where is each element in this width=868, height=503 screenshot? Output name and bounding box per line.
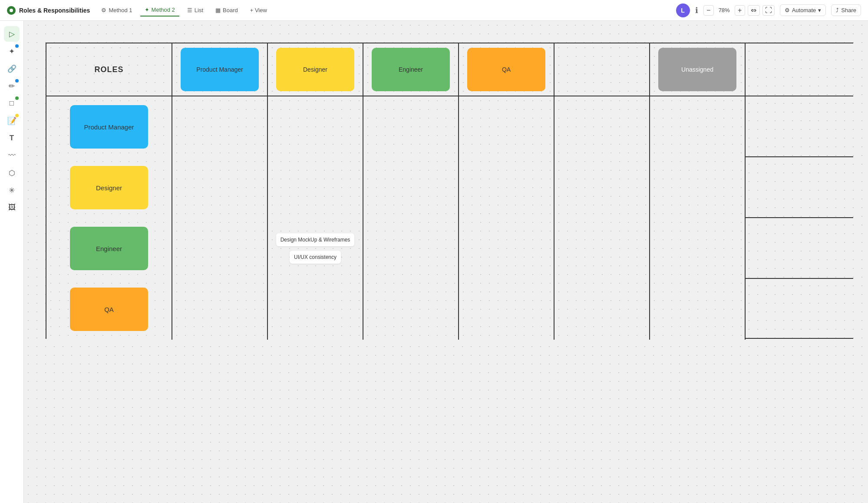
shape-icon: □: [10, 99, 14, 108]
link-icon: 🔗: [7, 64, 17, 73]
header-card-unassigned[interactable]: Unassigned: [658, 48, 736, 91]
share-icon: ⤴: [836, 7, 839, 13]
page-title: Roles & Responsibilities: [19, 7, 90, 14]
cell-engineer-engineer[interactable]: [363, 218, 459, 279]
header-empty: [554, 43, 650, 96]
row-card-product-manager[interactable]: Product Manager: [70, 105, 148, 149]
cursor-icon: ▷: [9, 30, 15, 39]
board-icon: ▦: [215, 7, 221, 13]
automate-icon: ⚙: [785, 7, 790, 13]
cell-engineer-pm[interactable]: [172, 218, 268, 279]
pen-tool[interactable]: ✏: [4, 78, 20, 94]
row-label-designer: Designer: [46, 157, 172, 218]
row-label-qa: QA: [46, 279, 172, 340]
row-engineer: Engineer Design MockUp & Wireframes UI/U…: [46, 217, 853, 278]
roles-header-cell: ROLES: [46, 43, 172, 96]
left-sidebar: ▷ ✦ 🔗 ✏ □ 📝 T 〰 ⬡ ✳ 🖼: [0, 21, 24, 503]
cell-pm-pm[interactable]: [172, 96, 268, 157]
cell-designer-pm[interactable]: [172, 157, 268, 218]
cell-designer-empty[interactable]: [554, 157, 650, 218]
info-icon[interactable]: ℹ: [695, 6, 698, 15]
cell-engineer-unassigned[interactable]: [650, 218, 746, 279]
cell-engineer-qa[interactable]: [459, 218, 554, 279]
cell-engineer-designer[interactable]: Design MockUp & Wireframes UI/UX consist…: [268, 218, 363, 279]
sticky-tool[interactable]: 📝: [4, 113, 20, 129]
app-icon: [7, 6, 16, 15]
link-tool[interactable]: 🔗: [4, 61, 20, 76]
cell-qa-engineer[interactable]: [363, 279, 459, 340]
cell-qa-qa[interactable]: [459, 279, 554, 340]
avatar: L: [676, 3, 690, 17]
cell-pm-designer[interactable]: [268, 96, 363, 157]
sticky-dot: [15, 114, 19, 117]
sparkle-tool[interactable]: ✳: [4, 182, 20, 198]
matrix-container: ROLES Product Manager Designer Engineer: [46, 43, 853, 339]
network-tool[interactable]: ⬡: [4, 165, 20, 181]
header-qa: QA: [459, 43, 554, 96]
cell-qa-empty[interactable]: [554, 279, 650, 340]
magic-tool[interactable]: ✦: [4, 43, 20, 59]
share-button[interactable]: ⤴ Share: [831, 4, 861, 16]
draw-icon: 〰: [8, 151, 16, 160]
cell-designer-qa[interactable]: [459, 157, 554, 218]
shape-tool[interactable]: □: [4, 96, 20, 111]
shape-dot: [15, 96, 19, 100]
pen-icon: ✏: [9, 82, 15, 91]
zoom-out-button[interactable]: −: [703, 5, 714, 16]
fullscreen-button[interactable]: ⛶: [762, 5, 775, 16]
tab-list[interactable]: ☰ List: [183, 4, 208, 16]
zoom-in-button[interactable]: +: [735, 5, 745, 16]
zoom-controls: − 78% + ⇔ ⛶: [703, 5, 775, 16]
task-card-uiux[interactable]: UI/UX consistency: [290, 251, 341, 264]
row-card-qa[interactable]: QA: [70, 288, 148, 331]
cell-pm-engineer[interactable]: [363, 96, 459, 157]
sparkle-icon: ✳: [9, 186, 15, 195]
cell-qa-unassigned[interactable]: [650, 279, 746, 340]
row-card-engineer[interactable]: Engineer: [70, 227, 148, 270]
row-product-manager: Product Manager: [46, 96, 853, 156]
list-icon: ☰: [187, 7, 192, 13]
pen-dot: [15, 79, 19, 83]
zoom-level: 78%: [716, 7, 732, 13]
automate-button[interactable]: ⚙ Automate ▾: [780, 4, 826, 16]
header-unassigned: Unassigned: [650, 43, 746, 96]
cell-designer-unassigned[interactable]: [650, 157, 746, 218]
topbar: Roles & Responsibilities ⚙ Method 1 ✦ Me…: [0, 0, 868, 21]
header-card-engineer[interactable]: Engineer: [372, 48, 450, 91]
header-product-manager: Product Manager: [172, 43, 268, 96]
header-engineer: Engineer: [363, 43, 459, 96]
magic-icon: ✦: [9, 47, 15, 56]
canvas-area[interactable]: ROLES Product Manager Designer Engineer: [24, 21, 868, 503]
header-card-product-manager[interactable]: Product Manager: [181, 48, 259, 91]
network-icon: ⬡: [9, 169, 15, 178]
fit-view-button[interactable]: ⇔: [748, 5, 760, 16]
sticky-icon: 📝: [7, 116, 17, 126]
roles-label: ROLES: [94, 65, 123, 74]
row-card-designer[interactable]: Designer: [70, 166, 148, 209]
tab-method2[interactable]: ✦ Method 2: [140, 4, 179, 17]
row-designer: Designer: [46, 156, 853, 217]
cell-designer-designer[interactable]: [268, 157, 363, 218]
header-card-qa[interactable]: QA: [467, 48, 545, 91]
tab-method1[interactable]: ⚙ Method 1: [97, 4, 136, 16]
tab-add-view[interactable]: + View: [246, 4, 271, 16]
cell-qa-designer[interactable]: [268, 279, 363, 340]
magic-dot: [15, 44, 19, 48]
draw-tool[interactable]: 〰: [4, 148, 20, 163]
cell-engineer-empty[interactable]: [554, 218, 650, 279]
cell-pm-empty[interactable]: [554, 96, 650, 157]
matrix-body: Product Manager Designer: [46, 96, 853, 339]
cursor-tool[interactable]: ▷: [4, 26, 20, 42]
task-card-mockup[interactable]: Design MockUp & Wireframes: [276, 233, 355, 246]
row-label-product-manager: Product Manager: [46, 96, 172, 157]
cell-qa-pm[interactable]: [172, 279, 268, 340]
image-tool[interactable]: 🖼: [4, 200, 20, 215]
cell-designer-engineer[interactable]: [363, 157, 459, 218]
cell-pm-unassigned[interactable]: [650, 96, 746, 157]
tab-board[interactable]: ▦ Board: [211, 4, 242, 16]
image-icon: 🖼: [8, 203, 16, 212]
header-designer: Designer: [268, 43, 363, 96]
header-card-designer[interactable]: Designer: [276, 48, 354, 91]
cell-pm-qa[interactable]: [459, 96, 554, 157]
text-tool[interactable]: T: [4, 130, 20, 146]
